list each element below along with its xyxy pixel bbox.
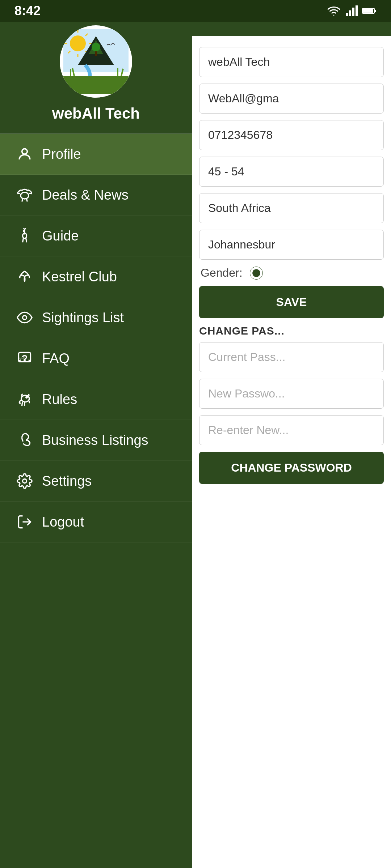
business-label: Business Listings [42, 433, 148, 448]
gender-row: Gender: [199, 266, 384, 280]
person-icon [14, 144, 35, 164]
sidebar-item-deals-news[interactable]: Deals & News [0, 175, 192, 216]
svg-line-22 [22, 199, 23, 201]
svg-rect-45 [356, 5, 358, 16]
current-password-field[interactable] [199, 342, 384, 372]
svg-line-26 [23, 238, 24, 242]
svg-point-31 [23, 316, 27, 320]
sidebar-item-guide[interactable]: Guide [0, 216, 192, 256]
change-password-button[interactable]: CHANGE PASSWORD [199, 452, 384, 484]
svg-point-37 [23, 479, 27, 483]
svg-point-20 [22, 149, 28, 154]
faq-icon: FAQ [14, 348, 35, 369]
country-field-display: South Africa [199, 193, 384, 223]
deals-news-label: Deals & News [42, 187, 129, 203]
svg-line-7 [68, 34, 70, 36]
phone-field-display: 0712345678 [199, 120, 384, 150]
svg-point-2 [70, 35, 86, 51]
svg-rect-43 [349, 10, 351, 17]
sidebar-item-kestrel[interactable]: Kestrel Club [0, 256, 192, 297]
svg-text:FAQ: FAQ [19, 356, 25, 360]
sidebar-item-settings[interactable]: Settings [0, 461, 192, 502]
rules-label: Rules [42, 392, 77, 407]
change-password-title: CHANGE PAS... [199, 325, 384, 337]
logout-label: Logout [42, 514, 84, 530]
profile-label: Profile [42, 146, 81, 162]
svg-line-23 [27, 199, 28, 201]
sidebar-item-sightings[interactable]: Sightings List [0, 297, 192, 338]
giraffe-icon [14, 226, 35, 246]
main-content: webAll Tech WebAll@gma 0712345678 45 - 5… [192, 0, 391, 868]
fish-hook-icon [14, 430, 35, 450]
svg-rect-15 [63, 76, 129, 94]
sidebar-item-faq[interactable]: FAQ FAQ [0, 338, 192, 379]
svg-point-14 [92, 43, 100, 51]
gender-label: Gender: [201, 266, 243, 280]
username-field-display: webAll Tech [199, 47, 384, 77]
svg-line-27 [26, 238, 27, 242]
status-time: 8:42 [14, 3, 41, 18]
status-icons [327, 4, 377, 17]
bull-icon [14, 185, 35, 205]
svg-line-29 [25, 229, 26, 229]
sightings-label: Sightings List [42, 310, 124, 326]
eye-icon [14, 307, 35, 328]
age-field-display: 45 - 54 [199, 157, 384, 187]
wifi-icon [327, 4, 340, 17]
svg-point-35 [21, 395, 29, 402]
svg-point-36 [26, 397, 28, 398]
settings-label: Settings [42, 473, 92, 489]
svg-rect-42 [346, 13, 348, 16]
app-name: webAll Tech [52, 105, 140, 122]
svg-rect-48 [375, 10, 376, 12]
status-bar: 8:42 [0, 0, 391, 22]
guide-label: Guide [42, 228, 79, 244]
sidebar-item-business[interactable]: Business Listings [0, 420, 192, 461]
sidebar-item-profile[interactable]: Profile [0, 134, 192, 175]
navigation-drawer: webAll Tech Profile Deals & News [0, 0, 192, 868]
kestrel-label: Kestrel Club [42, 269, 117, 285]
svg-rect-47 [363, 9, 373, 13]
city-field-display: Johannesbur [199, 230, 384, 260]
reenter-password-field[interactable] [199, 415, 384, 445]
gender-radio[interactable] [250, 267, 263, 280]
email-field-display: WebAll@gma [199, 84, 384, 114]
kestrel-icon [14, 267, 35, 287]
svg-rect-44 [352, 8, 354, 16]
save-button[interactable]: SAVE [199, 286, 384, 318]
svg-point-30 [24, 231, 25, 232]
sidebar-item-rules[interactable]: Rules [0, 379, 192, 420]
svg-point-21 [21, 192, 29, 199]
new-password-field[interactable] [199, 379, 384, 409]
gear-icon [14, 471, 35, 491]
battery-icon [362, 5, 377, 16]
logo-circle [60, 25, 132, 98]
faq-label: FAQ [42, 351, 70, 366]
elephant-icon [14, 389, 35, 409]
profile-form: webAll Tech WebAll@gma 0712345678 45 - 5… [192, 36, 391, 868]
logout-icon [14, 512, 35, 532]
signal-icon [345, 4, 358, 17]
sidebar-item-logout[interactable]: Logout [0, 502, 192, 542]
